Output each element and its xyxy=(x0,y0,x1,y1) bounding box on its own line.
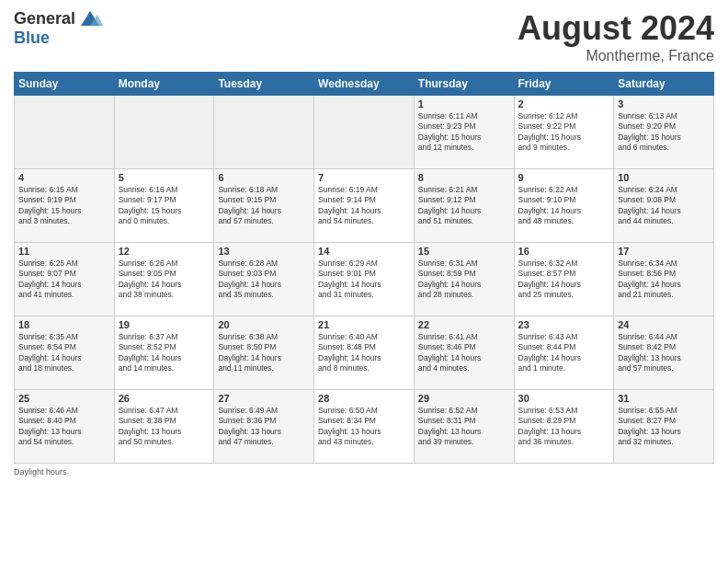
day-number: 13 xyxy=(218,246,310,257)
day-number: 9 xyxy=(518,172,610,183)
calendar-week-row: 25Sunrise: 6:46 AM Sunset: 8:40 PM Dayli… xyxy=(15,390,714,464)
calendar-day-25: 25Sunrise: 6:46 AM Sunset: 8:40 PM Dayli… xyxy=(15,390,115,464)
calendar-day-4: 4Sunrise: 6:15 AM Sunset: 9:19 PM Daylig… xyxy=(15,169,115,243)
day-number: 6 xyxy=(218,172,310,183)
day-info: Sunrise: 6:11 AM Sunset: 9:23 PM Dayligh… xyxy=(418,111,510,154)
calendar-day-27: 27Sunrise: 6:49 AM Sunset: 8:36 PM Dayli… xyxy=(214,390,314,464)
calendar-day-12: 12Sunrise: 6:26 AM Sunset: 9:05 PM Dayli… xyxy=(114,243,214,316)
calendar-empty-cell xyxy=(15,96,115,169)
calendar-day-7: 7Sunrise: 6:19 AM Sunset: 9:14 PM Daylig… xyxy=(314,169,415,243)
day-number: 23 xyxy=(518,319,610,330)
calendar-day-11: 11Sunrise: 6:25 AM Sunset: 9:07 PM Dayli… xyxy=(15,243,115,316)
day-number: 5 xyxy=(119,172,210,183)
page: General Blue August 2024 Montherme, Fran… xyxy=(0,0,728,563)
day-number: 15 xyxy=(418,246,510,257)
logo: General Blue xyxy=(14,9,103,48)
day-info: Sunrise: 6:43 AM Sunset: 8:44 PM Dayligh… xyxy=(518,332,610,374)
day-info: Sunrise: 6:12 AM Sunset: 9:22 PM Dayligh… xyxy=(518,111,610,154)
calendar-col-thursday: Thursday xyxy=(414,73,514,96)
calendar-day-30: 30Sunrise: 6:53 AM Sunset: 8:29 PM Dayli… xyxy=(514,390,614,464)
calendar-day-8: 8Sunrise: 6:21 AM Sunset: 9:12 PM Daylig… xyxy=(414,169,514,243)
calendar-day-3: 3Sunrise: 6:13 AM Sunset: 9:20 PM Daylig… xyxy=(614,96,714,169)
day-number: 1 xyxy=(418,98,510,109)
calendar-day-29: 29Sunrise: 6:52 AM Sunset: 8:31 PM Dayli… xyxy=(414,390,514,464)
calendar-col-wednesday: Wednesday xyxy=(314,73,415,96)
day-number: 20 xyxy=(218,319,310,330)
day-info: Sunrise: 6:38 AM Sunset: 8:50 PM Dayligh… xyxy=(218,332,310,374)
day-number: 30 xyxy=(518,393,610,404)
day-number: 24 xyxy=(618,319,710,330)
day-info: Sunrise: 6:32 AM Sunset: 8:57 PM Dayligh… xyxy=(518,259,610,301)
day-info: Sunrise: 6:28 AM Sunset: 9:03 PM Dayligh… xyxy=(218,259,310,301)
day-number: 31 xyxy=(618,393,710,404)
day-info: Sunrise: 6:53 AM Sunset: 8:29 PM Dayligh… xyxy=(518,406,610,448)
day-number: 28 xyxy=(318,393,410,404)
day-number: 22 xyxy=(418,319,510,330)
calendar-empty-cell xyxy=(214,96,314,169)
calendar-day-1: 1Sunrise: 6:11 AM Sunset: 9:23 PM Daylig… xyxy=(414,96,514,169)
day-info: Sunrise: 6:55 AM Sunset: 8:27 PM Dayligh… xyxy=(618,406,710,448)
calendar-week-row: 18Sunrise: 6:35 AM Sunset: 8:54 PM Dayli… xyxy=(15,316,714,390)
calendar-day-15: 15Sunrise: 6:31 AM Sunset: 8:59 PM Dayli… xyxy=(414,243,514,316)
calendar-week-row: 11Sunrise: 6:25 AM Sunset: 9:07 PM Dayli… xyxy=(15,243,714,316)
day-number: 11 xyxy=(18,246,110,257)
calendar-col-monday: Monday xyxy=(114,73,214,96)
day-info: Sunrise: 6:24 AM Sunset: 9:08 PM Dayligh… xyxy=(618,185,710,227)
daylight-label: Daylight hours xyxy=(14,467,67,477)
day-info: Sunrise: 6:18 AM Sunset: 9:15 PM Dayligh… xyxy=(218,185,310,227)
day-number: 18 xyxy=(18,319,110,330)
calendar-day-6: 6Sunrise: 6:18 AM Sunset: 9:15 PM Daylig… xyxy=(214,169,314,243)
calendar-day-14: 14Sunrise: 6:29 AM Sunset: 9:01 PM Dayli… xyxy=(314,243,415,316)
day-number: 14 xyxy=(318,246,410,257)
day-info: Sunrise: 6:35 AM Sunset: 8:54 PM Dayligh… xyxy=(18,332,110,374)
calendar-empty-cell xyxy=(314,96,415,169)
day-number: 16 xyxy=(518,246,610,257)
day-number: 17 xyxy=(618,246,710,257)
day-info: Sunrise: 6:19 AM Sunset: 9:14 PM Dayligh… xyxy=(318,185,410,227)
calendar-col-saturday: Saturday xyxy=(614,73,714,96)
day-info: Sunrise: 6:16 AM Sunset: 9:17 PM Dayligh… xyxy=(119,185,210,227)
calendar-day-22: 22Sunrise: 6:41 AM Sunset: 8:46 PM Dayli… xyxy=(414,316,514,390)
calendar-day-26: 26Sunrise: 6:47 AM Sunset: 8:38 PM Dayli… xyxy=(114,390,214,464)
calendar-col-friday: Friday xyxy=(514,73,614,96)
day-info: Sunrise: 6:26 AM Sunset: 9:05 PM Dayligh… xyxy=(119,259,210,301)
day-info: Sunrise: 6:49 AM Sunset: 8:36 PM Dayligh… xyxy=(218,406,310,448)
day-info: Sunrise: 6:31 AM Sunset: 8:59 PM Dayligh… xyxy=(418,259,510,301)
calendar-day-19: 19Sunrise: 6:37 AM Sunset: 8:52 PM Dayli… xyxy=(114,316,214,390)
day-info: Sunrise: 6:52 AM Sunset: 8:31 PM Dayligh… xyxy=(418,406,510,448)
day-number: 4 xyxy=(18,172,110,183)
calendar-table: SundayMondayTuesdayWednesdayThursdayFrid… xyxy=(14,72,714,464)
calendar-day-28: 28Sunrise: 6:50 AM Sunset: 8:34 PM Dayli… xyxy=(314,390,415,464)
day-number: 7 xyxy=(318,172,410,183)
calendar-day-10: 10Sunrise: 6:24 AM Sunset: 9:08 PM Dayli… xyxy=(614,169,714,243)
day-info: Sunrise: 6:13 AM Sunset: 9:20 PM Dayligh… xyxy=(618,111,710,154)
day-info: Sunrise: 6:29 AM Sunset: 9:01 PM Dayligh… xyxy=(318,259,410,301)
header: General Blue August 2024 Montherme, Fran… xyxy=(14,9,714,64)
day-info: Sunrise: 6:44 AM Sunset: 8:42 PM Dayligh… xyxy=(618,332,710,374)
calendar-day-20: 20Sunrise: 6:38 AM Sunset: 8:50 PM Dayli… xyxy=(214,316,314,390)
day-info: Sunrise: 6:41 AM Sunset: 8:46 PM Dayligh… xyxy=(418,332,510,374)
calendar-day-31: 31Sunrise: 6:55 AM Sunset: 8:27 PM Dayli… xyxy=(614,390,714,464)
calendar-day-23: 23Sunrise: 6:43 AM Sunset: 8:44 PM Dayli… xyxy=(514,316,614,390)
day-info: Sunrise: 6:15 AM Sunset: 9:19 PM Dayligh… xyxy=(18,185,110,227)
day-number: 8 xyxy=(418,172,510,183)
day-info: Sunrise: 6:40 AM Sunset: 8:48 PM Dayligh… xyxy=(318,332,410,374)
calendar-day-18: 18Sunrise: 6:35 AM Sunset: 8:54 PM Dayli… xyxy=(15,316,115,390)
day-number: 10 xyxy=(618,172,710,183)
day-info: Sunrise: 6:25 AM Sunset: 9:07 PM Dayligh… xyxy=(18,259,110,301)
month-year-title: August 2024 xyxy=(518,9,714,48)
logo-blue-text: Blue xyxy=(14,29,103,48)
calendar-day-24: 24Sunrise: 6:44 AM Sunset: 8:42 PM Dayli… xyxy=(614,316,714,390)
footer: Daylight hours xyxy=(14,467,714,477)
day-info: Sunrise: 6:47 AM Sunset: 8:38 PM Dayligh… xyxy=(119,406,210,448)
calendar-header-row: SundayMondayTuesdayWednesdayThursdayFrid… xyxy=(15,73,714,96)
location-subtitle: Montherme, France xyxy=(518,48,714,64)
day-info: Sunrise: 6:37 AM Sunset: 8:52 PM Dayligh… xyxy=(119,332,210,374)
day-number: 21 xyxy=(318,319,410,330)
day-number: 19 xyxy=(119,319,210,330)
calendar-day-5: 5Sunrise: 6:16 AM Sunset: 9:17 PM Daylig… xyxy=(114,169,214,243)
day-info: Sunrise: 6:50 AM Sunset: 8:34 PM Dayligh… xyxy=(318,406,410,448)
calendar-day-17: 17Sunrise: 6:34 AM Sunset: 8:56 PM Dayli… xyxy=(614,243,714,316)
day-number: 29 xyxy=(418,393,510,404)
calendar-day-9: 9Sunrise: 6:22 AM Sunset: 9:10 PM Daylig… xyxy=(514,169,614,243)
